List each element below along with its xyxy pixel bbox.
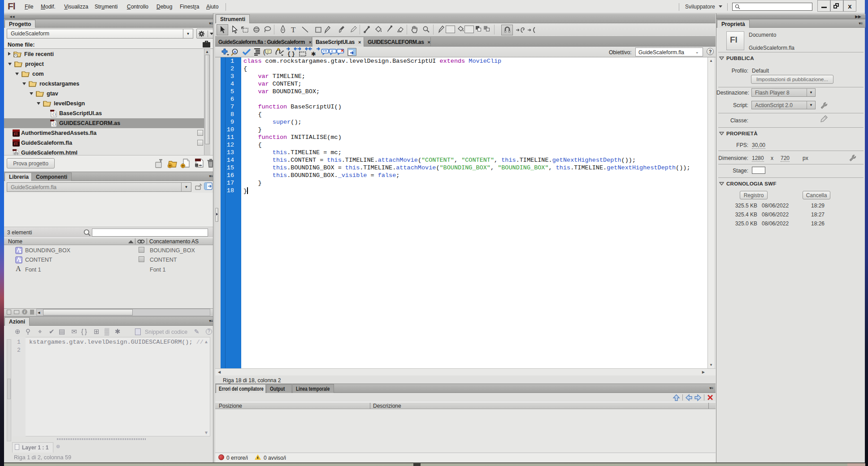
svg-text:Fl: Fl: [14, 142, 17, 146]
svg-text:A: A: [234, 50, 236, 54]
svg-text:◄►: ◄►: [198, 163, 203, 167]
svg-text:(: (: [263, 48, 265, 56]
svg-text:{}: {}: [52, 112, 56, 116]
svg-text:Fl: Fl: [14, 132, 17, 136]
svg-text://: //: [331, 50, 333, 53]
svg-text:{}: {}: [52, 122, 56, 126]
